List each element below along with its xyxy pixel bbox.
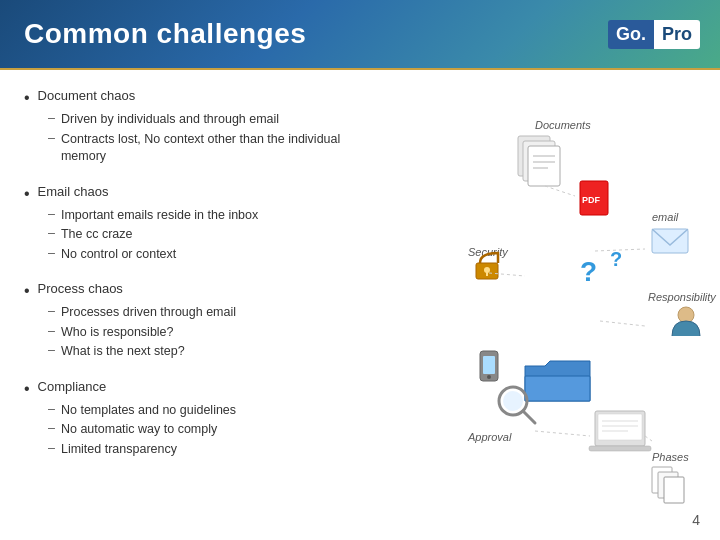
dash-icon: –	[48, 402, 55, 416]
list-item: – Limited transparency	[48, 441, 370, 459]
page-number: 4	[692, 512, 700, 528]
sub-text: Contracts lost, No context other than th…	[61, 131, 370, 166]
section-title-2: Email chaos	[38, 184, 109, 199]
list-item: – The cc craze	[48, 226, 370, 244]
bullet-4: •	[24, 380, 30, 398]
svg-text:?: ?	[610, 248, 622, 270]
list-item: – No templates and no guidelines	[48, 402, 370, 420]
dash-icon: –	[48, 304, 55, 318]
svg-rect-20	[483, 356, 495, 374]
dash-icon: –	[48, 131, 55, 145]
sub-text: Limited transparency	[61, 441, 177, 459]
dash-icon: –	[48, 111, 55, 125]
svg-rect-22	[525, 376, 590, 401]
svg-rect-36	[664, 477, 684, 503]
illustration: Documents Security PDF email	[380, 80, 720, 540]
list-item: – Who is responsible?	[48, 324, 370, 342]
list-item: – Important emails reside in the inbox	[48, 207, 370, 225]
dash-icon: –	[48, 421, 55, 435]
svg-rect-10	[486, 272, 488, 276]
list-item: – Processes driven through email	[48, 304, 370, 322]
svg-text:?: ?	[580, 256, 597, 287]
svg-text:Responsibility: Responsibility	[648, 291, 717, 303]
dash-icon: –	[48, 226, 55, 240]
section-title-1: Document chaos	[38, 88, 136, 103]
svg-text:Security: Security	[468, 246, 509, 258]
dash-icon: –	[48, 207, 55, 221]
sub-text: Important emails reside in the inbox	[61, 207, 258, 225]
svg-rect-29	[589, 446, 651, 451]
svg-text:PDF: PDF	[582, 195, 601, 205]
svg-text:Documents: Documents	[535, 119, 591, 131]
dash-icon: –	[48, 343, 55, 357]
svg-line-41	[535, 431, 590, 436]
header: Common challenges Go. Pro	[0, 0, 720, 68]
svg-line-40	[600, 321, 645, 326]
svg-point-21	[487, 375, 491, 379]
sub-text: What is the next step?	[61, 343, 185, 361]
left-panel: • Document chaos – Driven by individuals…	[0, 70, 380, 540]
svg-text:Phases: Phases	[652, 451, 689, 463]
svg-point-25	[503, 391, 523, 411]
sub-text: No control or context	[61, 246, 176, 264]
section-title-4: Compliance	[38, 379, 107, 394]
dash-icon: –	[48, 246, 55, 260]
section-email-chaos: • Email chaos – Important emails reside …	[24, 184, 370, 264]
list-item: – Driven by individuals and through emai…	[48, 111, 370, 129]
svg-text:Approval: Approval	[467, 431, 512, 443]
sub-items-2: – Important emails reside in the inbox –…	[24, 207, 370, 264]
sub-text: The cc craze	[61, 226, 133, 244]
sub-items-1: – Driven by individuals and through emai…	[24, 111, 370, 166]
sub-items-3: – Processes driven through email – Who i…	[24, 304, 370, 361]
logo-pro: Pro	[654, 20, 700, 49]
page-title: Common challenges	[24, 18, 306, 50]
svg-line-42	[645, 436, 652, 441]
bullet-3: •	[24, 282, 30, 300]
sub-text: Processes driven through email	[61, 304, 236, 322]
svg-line-37	[545, 186, 575, 196]
section-title-3: Process chaos	[38, 281, 123, 296]
list-item: – What is the next step?	[48, 343, 370, 361]
sub-text: Who is responsible?	[61, 324, 174, 342]
sub-text: Driven by individuals and through email	[61, 111, 279, 129]
svg-line-24	[523, 411, 535, 423]
svg-rect-28	[598, 414, 642, 440]
sub-text: No automatic way to comply	[61, 421, 217, 439]
right-panel: Documents Security PDF email	[380, 70, 720, 540]
dash-icon: –	[48, 324, 55, 338]
logo: Go. Pro	[608, 20, 700, 49]
svg-text:email: email	[652, 211, 679, 223]
svg-rect-14	[652, 229, 688, 253]
sub-items-4: – No templates and no guidelines – No au…	[24, 402, 370, 459]
section-process-chaos: • Process chaos – Processes driven throu…	[24, 281, 370, 361]
list-item: – No control or context	[48, 246, 370, 264]
bullet-2: •	[24, 185, 30, 203]
dash-icon: –	[48, 441, 55, 455]
logo-go: Go.	[608, 20, 654, 49]
section-document-chaos: • Document chaos – Driven by individuals…	[24, 88, 370, 166]
sub-text: No templates and no guidelines	[61, 402, 236, 420]
svg-rect-3	[528, 146, 560, 186]
section-compliance: • Compliance – No templates and no guide…	[24, 379, 370, 459]
main-content: • Document chaos – Driven by individuals…	[0, 70, 720, 540]
list-item: – No automatic way to comply	[48, 421, 370, 439]
bullet-1: •	[24, 89, 30, 107]
list-item: – Contracts lost, No context other than …	[48, 131, 370, 166]
